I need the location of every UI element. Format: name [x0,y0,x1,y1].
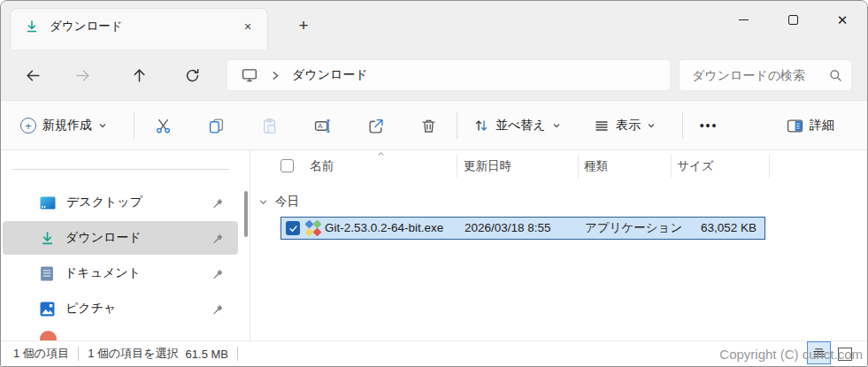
search-input[interactable] [692,68,829,82]
file-list-pane: 名前 更新日時 種類 サイズ 今日 [251,150,867,342]
new-tab-button[interactable]: + [291,13,316,38]
up-button[interactable] [123,59,155,91]
sidebar-item-label: ダウンロード [65,230,212,246]
sidebar-item-downloads[interactable]: ダウンロード [3,221,238,255]
sidebar-item-documents[interactable]: ドキュメント [3,256,238,290]
column-header-type[interactable]: 種類 [584,158,608,174]
file-row-selected[interactable]: Git-2.53.0.2-64-bit.exe 2026/03/18 8:55 … [280,217,765,240]
paste-icon [261,118,278,134]
share-button[interactable] [357,109,393,142]
rename-icon: A [314,118,331,134]
refresh-button[interactable] [176,59,208,91]
copy-icon [208,118,225,134]
search-icon [829,69,842,82]
status-divider [78,347,79,361]
share-icon [367,118,384,134]
file-name: Git-2.53.0.2-64-bit.exe [325,218,443,239]
view-button-label: 表示 [616,118,641,134]
copy-button[interactable] [198,109,234,142]
more-options-button[interactable]: ••• [691,109,726,142]
status-bar: 1 個の項目 1 個の項目を選択 61.5 MB [1,340,867,366]
back-button[interactable] [17,59,49,91]
details-pane-button[interactable]: 詳細 [780,109,848,142]
cut-icon [155,118,172,134]
cut-button[interactable] [145,109,181,142]
sort-button[interactable]: 並べ替え [466,109,568,142]
window-controls: ✕ [718,1,867,38]
pin-icon [212,197,224,209]
tab-close-icon[interactable]: × [237,16,258,37]
paste-button [251,109,287,142]
column-header-name[interactable]: 名前 [310,158,334,174]
pictures-icon [40,302,55,317]
back-icon [26,68,41,83]
details-pane-icon [787,118,803,134]
tab-downloads[interactable]: ダウンロード × [10,8,268,50]
address-bar[interactable]: ダウンロード [227,59,671,91]
column-header-row: 名前 更新日時 種類 サイズ [251,150,867,182]
status-divider [237,347,238,361]
maximize-button[interactable] [768,1,818,38]
details-view-icon [812,347,826,359]
file-explorer-window: ダウンロード × + ✕ ダウンロード [0,0,868,367]
column-divider[interactable] [769,155,770,179]
delete-button[interactable] [411,109,446,142]
chevron-down-icon [552,121,561,130]
new-button[interactable]: + 新規作成 [13,109,114,142]
file-size: 63,052 KB [701,218,757,239]
file-type: アプリケーション [585,218,682,239]
pin-icon [212,303,224,315]
chevron-right-icon[interactable] [272,71,280,80]
toolbar-divider [682,112,683,139]
column-divider[interactable] [457,155,457,179]
plus-circle-icon: + [20,118,36,134]
forward-button [66,59,98,91]
sidebar-divider [12,169,229,170]
close-icon: ✕ [837,13,849,27]
sort-ascending-icon [377,150,385,157]
chevron-down-icon [98,121,107,130]
maximize-icon [788,15,798,25]
column-header-size[interactable]: サイズ [677,158,713,174]
file-checkbox-checked[interactable] [286,221,300,235]
up-icon [132,68,147,83]
search-box[interactable] [679,59,852,91]
pin-icon [212,233,224,244]
download-icon [25,19,39,34]
trash-icon [420,118,437,134]
details-view-toggle-active[interactable] [807,341,831,364]
pin-icon [212,268,224,279]
column-divider[interactable] [578,155,579,179]
thumbnail-view-toggle[interactable] [838,348,852,361]
file-modified-date: 2026/03/18 8:55 [465,218,551,239]
download-icon [40,231,55,246]
main-area: デスクトップ ダウンロード [1,150,867,342]
selection-size: 61.5 MB [186,348,228,361]
refresh-icon [185,68,200,83]
select-all-checkbox[interactable] [280,159,294,172]
breadcrumb-location[interactable]: ダウンロード [292,67,368,83]
view-button[interactable]: 表示 [587,109,663,142]
group-header-today[interactable]: 今日 [258,191,299,212]
sidebar-item-desktop[interactable]: デスクトップ [3,186,238,219]
group-label: 今日 [275,194,299,210]
ellipsis-icon: ••• [700,119,718,133]
sidebar-item-label: ピクチャ [65,301,212,317]
details-pane-label: 詳細 [810,118,834,134]
sidebar-scrollbar-thumb[interactable] [244,191,248,237]
tab-bar: ダウンロード × + ✕ [1,1,867,50]
address-row: ダウンロード [1,50,867,100]
close-button[interactable]: ✕ [818,1,867,38]
item-count: 1 個の項目 [13,346,69,362]
this-pc-icon[interactable] [242,67,257,83]
column-header-modified[interactable]: 更新日時 [464,158,511,174]
forward-icon [75,68,90,83]
sort-button-label: 並べ替え [495,118,546,134]
column-divider[interactable] [671,155,672,179]
check-icon [288,224,298,233]
rename-button[interactable]: A [304,109,340,142]
command-toolbar: + 新規作成 A [1,100,867,150]
sidebar-item-pictures[interactable]: ピクチャ [3,292,238,325]
new-button-label: 新規作成 [42,118,92,134]
minimize-button[interactable] [718,1,768,38]
